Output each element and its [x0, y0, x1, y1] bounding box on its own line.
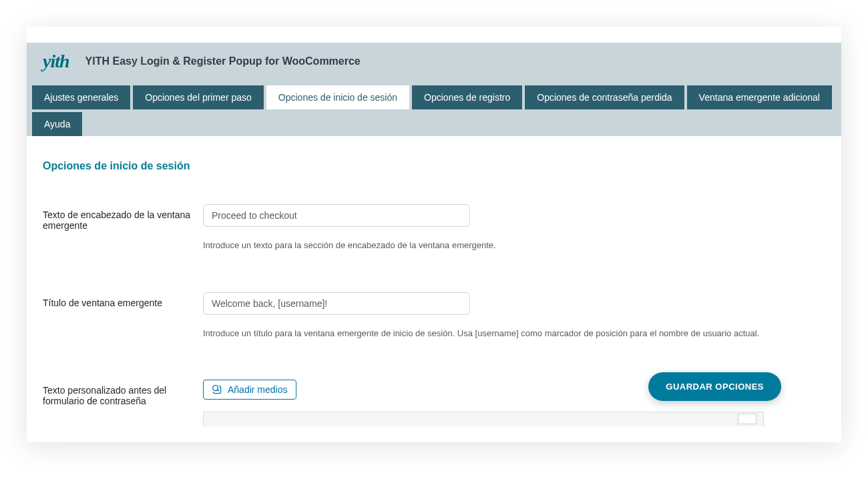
- tabs-row: Ajustes generales Opciones del primer pa…: [27, 80, 841, 136]
- tab-ventana-emergente-adicional[interactable]: Ventana emergente adicional: [687, 85, 832, 109]
- header-text-label: Texto de encabezado de la ventana emerge…: [43, 204, 203, 231]
- add-media-label: Añadir medios: [228, 384, 288, 395]
- section-title: Opciones de inicio de sesión: [43, 160, 825, 172]
- tab-ajustes-generales[interactable]: Ajustes generales: [32, 85, 130, 109]
- header-text-help: Introduce un texto para la sección de en…: [203, 239, 825, 252]
- popup-title-input[interactable]: [203, 292, 470, 315]
- page-title: YITH Easy Login & Register Popup for Woo…: [85, 55, 361, 67]
- popup-title-help: Introduce un título para la ventana emer…: [203, 327, 825, 340]
- header-bar: yith YITH Easy Login & Register Popup fo…: [27, 43, 841, 80]
- tab-ayuda[interactable]: Ayuda: [32, 112, 82, 136]
- custom-text-label: Texto personalizado antes del formulario…: [43, 380, 203, 406]
- field-row-header-text: Texto de encabezado de la ventana emerge…: [43, 204, 825, 252]
- header-text-input[interactable]: [203, 204, 470, 227]
- tab-opciones-inicio-sesion[interactable]: Opciones de inicio de sesión: [266, 85, 409, 109]
- brand-logo: yith: [43, 51, 69, 72]
- editor-toolbar-strip[interactable]: [203, 412, 764, 426]
- popup-title-label: Título de ventana emergente: [43, 292, 203, 308]
- save-options-button[interactable]: GUARDAR OPCIONES: [648, 372, 781, 401]
- tab-opciones-contrasena-perdida[interactable]: Opciones de contraseña perdida: [525, 85, 684, 109]
- add-media-button[interactable]: Añadir medios: [203, 380, 296, 400]
- media-icon: [212, 384, 222, 395]
- tab-opciones-primer-paso[interactable]: Opciones del primer paso: [133, 85, 264, 109]
- field-row-popup-title: Título de ventana emergente Introduce un…: [43, 292, 825, 340]
- tab-opciones-registro[interactable]: Opciones de registro: [412, 85, 522, 109]
